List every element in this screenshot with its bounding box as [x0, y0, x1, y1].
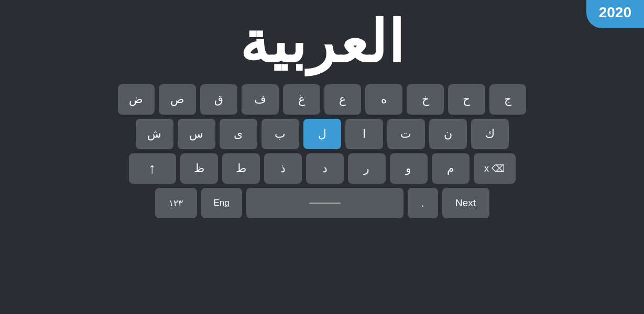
key-ha[interactable]: ه [365, 84, 402, 115]
arabic-keyboard: ج ح خ ه ع غ ف ق ص ض ك ن ت ا ل ب ى س ش ⌫ … [118, 84, 527, 218]
key-waw[interactable]: و [390, 153, 428, 184]
backspace-icon: ⌫ x [484, 163, 505, 174]
key-noon[interactable]: ن [429, 119, 467, 149]
keyboard-row-1: ج ح خ ه ع غ ف ق ص ض [118, 84, 527, 115]
key-zha[interactable]: ظ [180, 153, 218, 184]
key-kha[interactable]: خ [407, 84, 444, 115]
key-ra[interactable]: ر [348, 153, 386, 184]
key-kaf[interactable]: ك [471, 119, 509, 149]
key-ta[interactable]: ت [387, 119, 425, 149]
key-dal[interactable]: د [306, 153, 344, 184]
space-bar-indicator [309, 203, 341, 204]
keyboard-row-4: ١٢٣ Eng . Next [118, 188, 527, 218]
keyboard-row-2: ك ن ت ا ل ب ى س ش [118, 119, 527, 149]
key-qaf[interactable]: ق [200, 84, 237, 115]
app-title: العربية [239, 10, 405, 74]
key-sad[interactable]: ص [159, 84, 196, 115]
key-ya[interactable]: ى [220, 119, 257, 149]
key-ha2[interactable]: ح [448, 84, 485, 115]
key-eng[interactable]: Eng [201, 188, 242, 218]
key-shin[interactable]: ش [136, 119, 173, 149]
key-lam[interactable]: ل [303, 119, 341, 149]
key-alef[interactable]: ا [345, 119, 383, 149]
keyboard-row-3: ⌫ x م و ر د ذ ط ظ ↑ [118, 153, 527, 184]
key-shift[interactable]: ↑ [129, 153, 176, 184]
key-ba[interactable]: ب [261, 119, 299, 149]
key-tha2[interactable]: ذ [264, 153, 302, 184]
key-period[interactable]: . [408, 188, 438, 218]
key-ghain[interactable]: غ [283, 84, 320, 115]
key-mim[interactable]: م [432, 153, 470, 184]
key-jim[interactable]: ج [489, 84, 527, 115]
key-ain[interactable]: ع [324, 84, 362, 115]
key-tha[interactable]: ط [222, 153, 260, 184]
key-numbers[interactable]: ١٢٣ [155, 188, 197, 218]
key-space[interactable] [246, 188, 403, 218]
key-dad[interactable]: ض [118, 84, 155, 115]
key-fa[interactable]: ف [242, 84, 279, 115]
key-backspace[interactable]: ⌫ x [474, 153, 516, 184]
shift-arrow-icon: ↑ [149, 160, 156, 177]
year-badge: 2020 [586, 0, 644, 28]
key-sin[interactable]: س [178, 119, 215, 149]
key-next[interactable]: Next [442, 188, 489, 218]
